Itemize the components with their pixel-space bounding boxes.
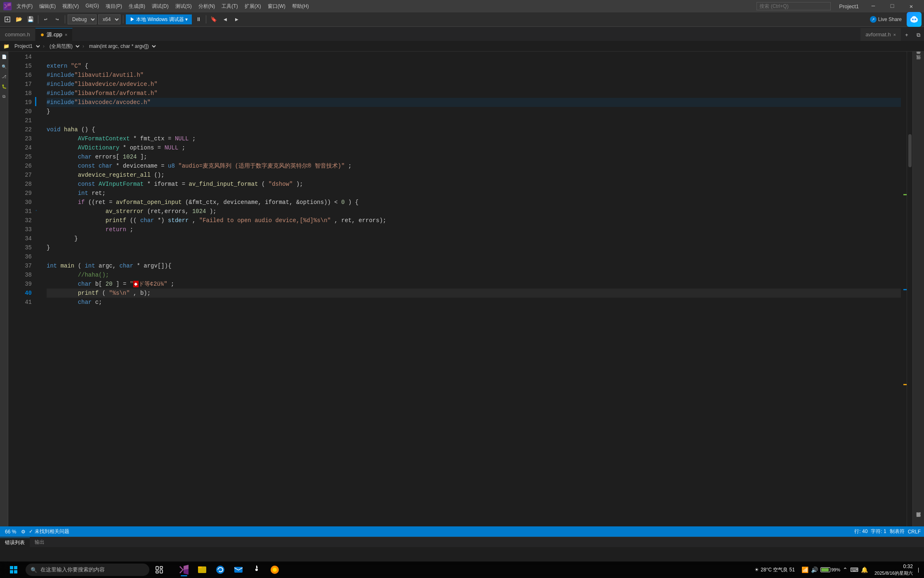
- menu-tools[interactable]: 工具(T): [218, 1, 241, 12]
- tab-source-cpp[interactable]: ● 源.cpp ×: [35, 28, 73, 41]
- status-encoding[interactable]: 制表符: [890, 528, 905, 535]
- scrollbar-thumb[interactable]: [908, 134, 912, 167]
- battery-widget[interactable]: 99%: [820, 567, 840, 572]
- menu-debug[interactable]: 调试(D): [148, 1, 172, 12]
- vertical-scrollbar[interactable]: [907, 52, 912, 526]
- scope-selector[interactable]: (全局范围): [46, 43, 81, 50]
- menu-edit[interactable]: 编辑(E): [36, 1, 59, 12]
- line-num-37: 37: [8, 261, 32, 270]
- taskbar-vs-icon[interactable]: [176, 563, 192, 577]
- menu-build[interactable]: 生成(B): [125, 1, 148, 12]
- network-icon[interactable]: 📶: [801, 566, 808, 573]
- sys-icons: 📶 🔊 99% ⌃ ⌨ 🔔: [798, 566, 871, 573]
- activity-extensions[interactable]: ⧉: [0, 93, 8, 100]
- taskview-button[interactable]: [151, 563, 167, 577]
- taskbar-settings-icon[interactable]: [248, 563, 265, 577]
- debug-config-select[interactable]: Debug: [68, 14, 97, 24]
- taskbar-explorer-icon[interactable]: [194, 563, 210, 577]
- taskbar-edge-icon[interactable]: [212, 563, 229, 577]
- code-content[interactable]: extern "C" { #include"libavutil/avutil.h…: [43, 52, 901, 526]
- tab-avformat-h[interactable]: avformat.h ×: [860, 28, 901, 41]
- weather-text: 28°C 空气良 51: [761, 566, 795, 573]
- toolbar-undo[interactable]: ↩: [41, 14, 51, 24]
- menu-file[interactable]: 文件(F): [13, 1, 36, 12]
- bottom-tab-output[interactable]: 输出: [30, 538, 50, 547]
- run-button[interactable]: ▶ 本地 Windows 调试器 ▾: [126, 14, 192, 24]
- editor-area[interactable]: 14 15 16 17 18 19 20 21 22 23 24 25 26 2…: [8, 52, 924, 526]
- activity-git[interactable]: ⎇: [0, 73, 8, 81]
- up-arrow-icon[interactable]: ⌃: [843, 566, 848, 573]
- notification-icon[interactable]: 🔔: [861, 566, 868, 573]
- menu-window[interactable]: 窗口(W): [264, 1, 289, 12]
- toolbar-open[interactable]: 📂: [14, 14, 24, 24]
- keyboard-icon[interactable]: ⌨: [850, 566, 858, 573]
- activity-explorer[interactable]: 📄: [0, 53, 8, 61]
- status-line[interactable]: 行: 40: [854, 528, 867, 535]
- vert-toolbox[interactable]: 我的工具箱: [915, 55, 922, 60]
- svg-rect-5: [10, 566, 13, 569]
- zoom-level[interactable]: 66 %: [3, 529, 18, 535]
- copilot-icon[interactable]: [907, 12, 922, 27]
- code-line-27: avdevice_register_all ();: [47, 171, 901, 180]
- activity-search[interactable]: 🔍: [0, 63, 8, 71]
- close-button[interactable]: ✕: [902, 0, 921, 12]
- menu-extensions[interactable]: 扩展(X): [241, 1, 264, 12]
- live-share-button[interactable]: ↗ Live Share: [870, 16, 902, 23]
- taskbar-clock[interactable]: 0:32 2025/8/16的星期六: [874, 563, 913, 576]
- toolbar-bookmark[interactable]: 🔖: [209, 14, 219, 24]
- maximize-button[interactable]: □: [883, 0, 902, 12]
- taskbar-mail-icon[interactable]: [230, 563, 247, 577]
- new-tab-button[interactable]: +: [901, 29, 912, 41]
- platform-select[interactable]: x64: [98, 14, 120, 24]
- function-selector[interactable]: main(int argc, char * argv[]): [86, 43, 157, 50]
- status-line-ending[interactable]: CRLF: [908, 529, 921, 535]
- svg-rect-10: [160, 566, 163, 569]
- svg-rect-7: [10, 570, 13, 573]
- toolbar-redo[interactable]: ↪: [52, 14, 62, 24]
- start-button[interactable]: [3, 563, 24, 577]
- menu-test[interactable]: 测试(S): [172, 1, 195, 12]
- project-selector[interactable]: Project1: [11, 43, 41, 50]
- title-search-input[interactable]: [757, 2, 831, 10]
- vert-attributes[interactable]: 属性: [915, 61, 922, 66]
- taskbar-search-icon: 🔍: [31, 567, 37, 573]
- code-line-22: void haha () {: [47, 125, 901, 134]
- menu-project[interactable]: 项目(P): [102, 1, 125, 12]
- menu-help[interactable]: 帮助(H): [289, 1, 312, 12]
- tab-bar: common.h ● 源.cpp × avformat.h × + ⧉: [0, 27, 924, 41]
- toolbar-save[interactable]: 💾: [26, 14, 35, 24]
- tab-common-h[interactable]: common.h: [0, 28, 35, 41]
- vert-solution[interactable]: 解决方案资源管理器: [915, 518, 922, 523]
- taskbar-search[interactable]: 🔍 在这里输入你要搜索的内容: [26, 564, 149, 576]
- split-editor-button[interactable]: ⧉: [912, 29, 924, 41]
- bottom-tab-errors[interactable]: 错误列表: [0, 538, 30, 547]
- line-num-20: 20: [8, 107, 32, 116]
- show-desktop-button[interactable]: |: [916, 567, 921, 573]
- toolbar-pause[interactable]: ⏸: [193, 14, 203, 24]
- code-line-31: av_strerror (ret,errors, 1024 );: [47, 207, 901, 216]
- toolbar-separator-1: [38, 15, 38, 24]
- svg-rect-6: [14, 566, 17, 569]
- taskbar-apps: [176, 563, 283, 577]
- scroll-mark-1: [903, 194, 907, 195]
- tab-avformat-close[interactable]: ×: [893, 32, 896, 37]
- code-line-17: #include"libavdevice/avdevice.h": [47, 80, 901, 89]
- toolbar-next-bookmark[interactable]: ▶: [232, 14, 242, 24]
- tab-source-close[interactable]: ×: [65, 32, 67, 37]
- menu-view[interactable]: 视图(V): [59, 1, 82, 12]
- toolbar-new[interactable]: [2, 14, 12, 24]
- weather-widget[interactable]: ☀ 28°C 空气良 51: [754, 566, 795, 573]
- svg-point-3: [912, 19, 914, 20]
- status-col[interactable]: 字符: 1: [871, 528, 886, 535]
- line-num-18: 18: [8, 89, 32, 98]
- battery-pct: 99%: [831, 567, 840, 572]
- taskbar-orange-icon[interactable]: [266, 563, 283, 577]
- code-line-26: const char * devicename = u8 "audio=麦克风阵…: [47, 161, 901, 171]
- toolbar-prev-bookmark[interactable]: ◀: [220, 14, 230, 24]
- activity-debug[interactable]: 🐛: [0, 83, 8, 90]
- menu-analyze[interactable]: 分析(N): [195, 1, 219, 12]
- menu-git[interactable]: Git(G): [82, 1, 102, 12]
- line-num-15: 15: [8, 62, 32, 71]
- minimize-button[interactable]: ─: [864, 0, 883, 12]
- sound-icon[interactable]: 🔊: [811, 566, 818, 573]
